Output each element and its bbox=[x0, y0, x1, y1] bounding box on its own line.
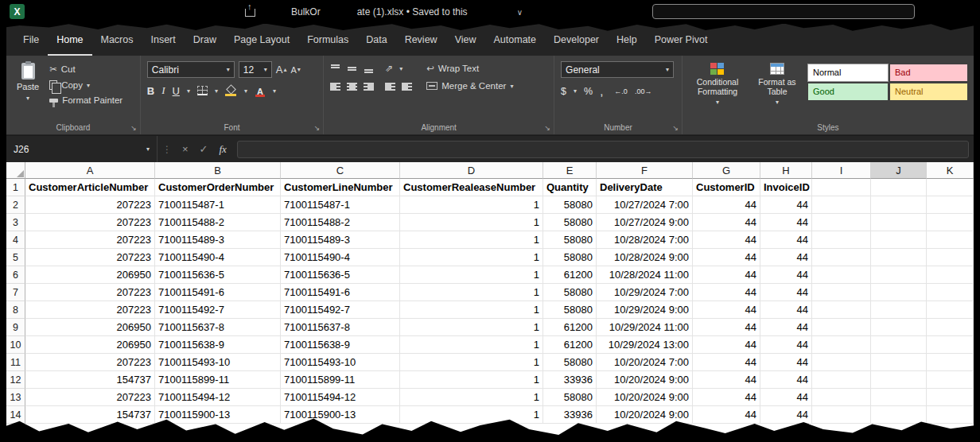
cell-K4[interactable] bbox=[927, 231, 974, 249]
tab-insert[interactable]: Insert bbox=[142, 24, 184, 56]
cell-E5[interactable]: 58080 bbox=[543, 249, 597, 266]
cell-J2[interactable] bbox=[871, 196, 927, 214]
cell-B5[interactable]: 7100115490-4 bbox=[155, 249, 281, 266]
cell-E6[interactable]: 61200 bbox=[543, 266, 597, 284]
borders-icon[interactable] bbox=[197, 86, 208, 95]
bold-button[interactable]: B bbox=[147, 85, 154, 97]
cell-E9[interactable]: 61200 bbox=[543, 319, 597, 336]
cell-D13[interactable]: 1 bbox=[400, 389, 543, 406]
row-header-10[interactable]: 10 bbox=[6, 336, 25, 354]
cell-K14[interactable] bbox=[927, 406, 974, 424]
decrease-decimal-icon[interactable]: .00→ bbox=[635, 87, 652, 95]
cell-K1[interactable] bbox=[927, 179, 974, 196]
align-middle-icon[interactable] bbox=[347, 64, 357, 73]
cell-I8[interactable] bbox=[812, 301, 871, 319]
cell-J12[interactable] bbox=[871, 371, 927, 389]
row-header-12[interactable]: 12 bbox=[6, 371, 25, 389]
cell-A10[interactable]: 206950 bbox=[25, 336, 155, 354]
cell-K11[interactable] bbox=[927, 354, 974, 371]
cell-B11[interactable]: 7100115493-10 bbox=[155, 354, 281, 371]
font-dialog-launcher-icon[interactable]: ↘ bbox=[314, 124, 321, 132]
cell-H1[interactable]: InvoiceID bbox=[760, 179, 812, 196]
cell-G5[interactable]: 44 bbox=[693, 249, 760, 266]
cell-A8[interactable]: 207223 bbox=[25, 301, 155, 319]
cell-C9[interactable]: 7100115637-8 bbox=[281, 319, 400, 336]
cell-G8[interactable]: 44 bbox=[693, 301, 760, 319]
cell-D11[interactable]: 1 bbox=[400, 354, 543, 371]
cell-E1[interactable]: Quantity bbox=[543, 179, 597, 196]
align-bottom-icon[interactable] bbox=[364, 64, 374, 73]
tab-developer[interactable]: Developer bbox=[545, 24, 608, 56]
tab-home[interactable]: Home bbox=[48, 24, 91, 56]
document-title[interactable]: BulkOr ate (1).xlsx • Saved to this ∨ bbox=[291, 0, 523, 24]
column-header-K[interactable]: K bbox=[927, 162, 974, 179]
tab-draw[interactable]: Draw bbox=[185, 24, 225, 56]
column-header-F[interactable]: F bbox=[597, 162, 693, 179]
tab-review[interactable]: Review bbox=[396, 24, 446, 56]
search-box[interactable] bbox=[652, 4, 915, 19]
cell-style-normal[interactable]: Normal bbox=[808, 64, 888, 81]
alignment-dialog-launcher-icon[interactable]: ↘ bbox=[545, 124, 551, 132]
row-header-13[interactable]: 13 bbox=[6, 389, 25, 406]
cell-H11[interactable]: 44 bbox=[760, 354, 812, 371]
cell-J13[interactable] bbox=[871, 389, 927, 406]
tab-data[interactable]: Data bbox=[357, 24, 395, 56]
cell-style-good[interactable]: Good bbox=[808, 83, 888, 100]
tab-file[interactable]: File bbox=[14, 24, 48, 56]
tab-view[interactable]: View bbox=[446, 24, 485, 56]
cell-K3[interactable] bbox=[927, 214, 974, 231]
tab-formulas[interactable]: Formulas bbox=[298, 24, 357, 56]
insert-function-button[interactable]: fx bbox=[214, 143, 232, 156]
cell-style-neutral[interactable]: Neutral bbox=[890, 83, 967, 100]
row-header-1[interactable]: 1 bbox=[6, 179, 25, 196]
row-header-5[interactable]: 5 bbox=[6, 249, 25, 266]
cell-J7[interactable] bbox=[871, 284, 927, 301]
number-format-select[interactable]: General ▾ bbox=[561, 61, 674, 78]
cell-I10[interactable] bbox=[812, 336, 871, 354]
cell-C1[interactable]: CustomerLineNumber bbox=[281, 179, 400, 196]
align-center-icon[interactable] bbox=[347, 83, 357, 91]
font-color-icon[interactable]: A bbox=[255, 85, 266, 97]
cell-I14[interactable] bbox=[812, 406, 871, 424]
row-header-14[interactable]: 14 bbox=[6, 406, 25, 424]
cancel-button[interactable]: × bbox=[177, 143, 194, 155]
conditional-formatting-button[interactable]: Conditional Formatting ▾ bbox=[689, 61, 746, 120]
cell-G13[interactable]: 44 bbox=[693, 389, 760, 406]
cell-K8[interactable] bbox=[927, 301, 974, 319]
cell-F8[interactable]: 10/29/2024 9:00 bbox=[597, 301, 693, 319]
cell-A5[interactable]: 207223 bbox=[25, 249, 155, 266]
cell-I7[interactable] bbox=[812, 284, 871, 301]
cell-B1[interactable]: CustomerOrderNumber bbox=[155, 179, 281, 196]
formula-bar-drag-handle[interactable]: ⋮ bbox=[158, 144, 177, 155]
cell-J1[interactable] bbox=[871, 179, 927, 196]
cell-K13[interactable] bbox=[927, 389, 974, 406]
format-painter-button[interactable]: Format Painter bbox=[49, 95, 122, 105]
cell-D8[interactable]: 1 bbox=[400, 301, 543, 319]
decrease-indent-icon[interactable] bbox=[385, 83, 395, 91]
cell-H6[interactable]: 44 bbox=[760, 266, 812, 284]
cell-J8[interactable] bbox=[871, 301, 927, 319]
cell-E14[interactable]: 33936 bbox=[543, 406, 597, 424]
tab-automate[interactable]: Automate bbox=[485, 24, 546, 56]
cell-A13[interactable]: 207223 bbox=[25, 389, 155, 406]
cell-D14[interactable]: 1 bbox=[400, 406, 543, 424]
cell-G6[interactable]: 44 bbox=[693, 266, 760, 284]
column-header-E[interactable]: E bbox=[543, 162, 597, 179]
row-header-11[interactable]: 11 bbox=[6, 354, 25, 371]
orientation-icon[interactable]: ⇗ bbox=[385, 63, 393, 74]
cell-C3[interactable]: 7100115488-2 bbox=[281, 214, 400, 231]
cell-G4[interactable]: 44 bbox=[693, 231, 760, 249]
cell-E12[interactable]: 33936 bbox=[543, 371, 597, 389]
row-header-9[interactable]: 9 bbox=[6, 319, 25, 336]
column-header-A[interactable]: A bbox=[25, 162, 155, 179]
cell-C12[interactable]: 7100115899-11 bbox=[281, 371, 400, 389]
cut-button[interactable]: ✂ Cut bbox=[49, 64, 122, 75]
align-left-icon[interactable] bbox=[330, 83, 340, 91]
cell-F3[interactable]: 10/27/2024 9:00 bbox=[597, 214, 693, 231]
row-header-7[interactable]: 7 bbox=[6, 284, 25, 301]
tab-power-pivot[interactable]: Power Pivot bbox=[646, 24, 717, 56]
cell-C4[interactable]: 7100115489-3 bbox=[281, 231, 400, 249]
cell-G12[interactable]: 44 bbox=[693, 371, 760, 389]
column-header-I[interactable]: I bbox=[812, 162, 871, 179]
cell-A6[interactable]: 206950 bbox=[25, 266, 155, 284]
